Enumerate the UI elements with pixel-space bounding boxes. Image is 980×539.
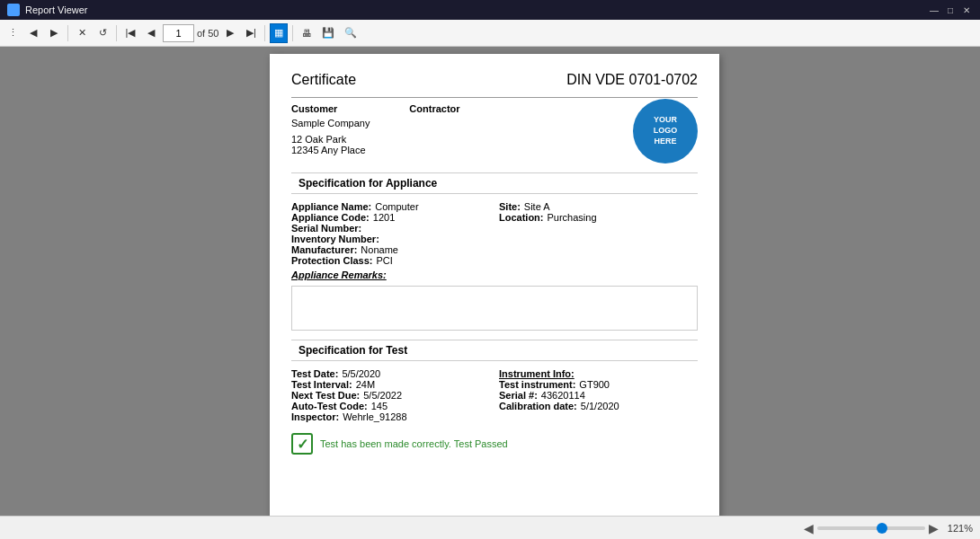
appliance-name-row: Appliance Name: Computer [291,201,490,212]
address-line2: 12345 Any Place [291,145,633,155]
minimize-button[interactable]: — [928,4,940,16]
app-icon [7,4,20,16]
menu-button[interactable]: ⋮ [4,23,22,43]
page-last-button[interactable]: ▶| [242,23,260,43]
print-button[interactable]: 🖶 [298,23,316,43]
inventory-number-row: Inventory Number: [291,234,490,244]
certificate-standard: DIN VDE 0701-0702 [566,72,698,88]
document: Certificate DIN VDE 0701-0702 Customer C… [270,54,719,516]
refresh-button[interactable]: ↺ [94,23,111,43]
page-first-button[interactable]: |◀ [121,23,139,43]
page-prev-button[interactable]: ◀ [142,23,160,43]
site-row: Site: Site A [499,201,698,212]
spec-test-header: Specification for Test [291,340,698,361]
statusbar: ◀ ▶ 121% [0,516,980,539]
company-name: Sample Company [291,118,633,128]
logo-line1: YOUR [654,115,677,126]
address-line1: 12 Oak Park [291,134,633,145]
pass-row: ✓ Test has been made correctly. Test Pas… [291,433,698,455]
page-number-input[interactable] [163,24,194,42]
page-of-label: of [197,28,205,39]
pass-text: Test has been made correctly. Test Passe… [320,438,508,449]
header-divider [291,97,698,98]
next-test-row: Next Test Due: 5/5/2022 [291,390,490,401]
search-button[interactable]: 🔍 [341,23,361,43]
sidebar-right [739,47,980,516]
app-title: Report Viewer [25,4,88,15]
document-container[interactable]: Certificate DIN VDE 0701-0702 Customer C… [250,47,739,516]
test-instrument-row: Test instrument: GT900 [499,379,698,390]
appliance-fields: Appliance Name: Computer Appliance Code:… [291,201,698,266]
zoom-in-button[interactable]: ▶ [929,521,939,535]
zoom-out-button[interactable]: ◀ [804,521,814,535]
toolbar: ⋮ ◀ ▶ ✕ ↺ |◀ ◀ of 50 ▶ ▶| ▦ 🖶 💾 🔍 [0,20,980,47]
test-interval-row: Test Interval: 24M [291,379,490,390]
location-row: Location: Purchasing [499,212,698,223]
nav-back-button[interactable]: ◀ [24,23,42,43]
view-toggle-button[interactable]: ▦ [270,23,288,43]
customer-info: Customer Contractor Sample Company 12 Oa… [291,103,633,155]
main-area: Certificate DIN VDE 0701-0702 Customer C… [0,47,980,516]
pass-checkbox-icon: ✓ [291,433,313,455]
appliance-code-row: Appliance Code: 1201 [291,212,490,223]
spec-appliance-header: Specification for Appliance [291,172,698,194]
zoom-track[interactable] [817,526,925,530]
contractor-label: Contractor [409,103,459,114]
manufacturer-row: Manufacturer: Noname [291,244,490,255]
customer-label: Customer [291,103,337,114]
serial-hash-row: Serial #: 43620114 [499,390,698,401]
test-fields: Test Date: 5/5/2020 Test Interval: 24M N… [291,368,698,422]
close-button[interactable]: ✕ [960,4,973,16]
logo-line2: LOGO [654,126,678,137]
auto-test-row: Auto-Test Code: 145 [291,401,490,411]
sidebar-left [0,47,250,516]
remarks-label: Appliance Remarks: [291,270,698,280]
zoom-thumb[interactable] [877,523,887,534]
page-next-button[interactable]: ▶ [221,23,239,43]
remarks-box [291,286,698,331]
export-button[interactable]: 💾 [318,23,338,43]
calibration-row: Calibration date: 5/1/2020 [499,401,698,411]
title-bar: Report Viewer — □ ✕ [0,0,980,20]
protection-class-row: Protection Class: PCI [291,255,490,266]
serial-number-row: Serial Number: [291,223,490,234]
maximize-button[interactable]: □ [944,4,957,16]
instrument-info-row: Instrument Info: [499,368,698,379]
logo-line3: HERE [654,137,676,147]
certificate-title: Certificate [291,72,356,88]
contractor-logo: YOUR LOGO HERE [633,99,698,163]
stop-button[interactable]: ✕ [73,23,91,43]
nav-forward-button[interactable]: ▶ [45,23,63,43]
zoom-level-label: 121% [948,523,973,534]
zoom-control: ◀ ▶ [804,521,939,535]
document-header: Certificate DIN VDE 0701-0702 [291,72,698,88]
inspector-row: Inspector: Wehrle_91288 [291,411,490,422]
test-date-row: Test Date: 5/5/2020 [291,368,490,379]
page-total-label: 50 [208,28,218,39]
customer-section: Customer Contractor Sample Company 12 Oa… [291,103,698,163]
